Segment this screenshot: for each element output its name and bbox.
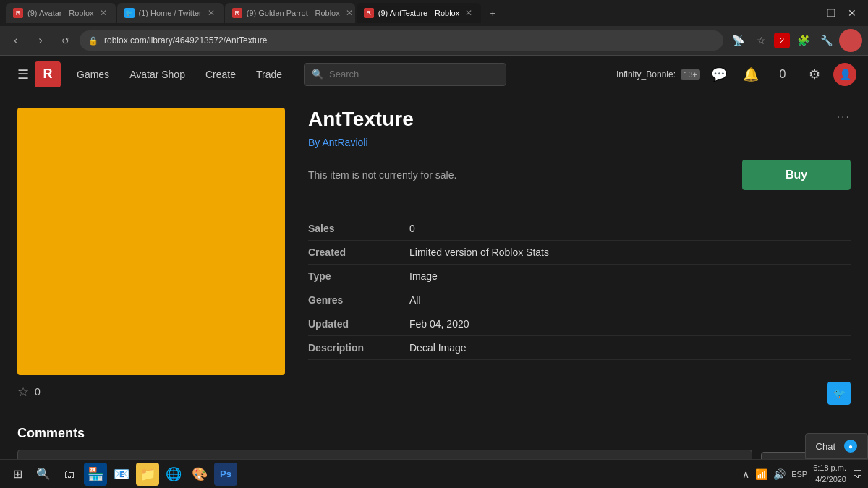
tab-close-4[interactable]: ✕ xyxy=(464,8,474,18)
user-avatar[interactable]: 👤 xyxy=(833,63,856,86)
search-bar[interactable]: 🔍 xyxy=(304,63,506,86)
tab-twitter[interactable]: 🐦 (1) Home / Twitter ✕ xyxy=(117,3,224,23)
tab-anttexture-active[interactable]: R (9) AntTexture - Roblox ✕ xyxy=(357,3,482,23)
favorite-star-icon[interactable]: ☆ xyxy=(17,384,29,400)
robux-count[interactable]: 0 xyxy=(770,61,796,87)
windows-start-button[interactable]: ⊞ xyxy=(6,463,29,486)
chrome-taskbar-app[interactable]: 🌐 xyxy=(162,463,185,486)
tab-avatar-roblox[interactable]: R (9) Avatar - Roblox ✕ xyxy=(6,3,116,23)
stat-value-updated: Feb 04, 2020 xyxy=(409,318,469,330)
item-header-row: AntTexture ... xyxy=(308,108,851,134)
minimize-button[interactable]: — xyxy=(799,6,821,20)
stat-label-updated: Updated xyxy=(308,318,409,330)
stat-value-created: Limited version of Roblox Stats xyxy=(409,247,549,258)
maximize-button[interactable]: ❐ xyxy=(821,6,842,20)
stat-value-type: Image xyxy=(409,270,438,282)
chat-popup[interactable]: Chat ● xyxy=(805,433,868,459)
new-tab-button[interactable]: + xyxy=(482,3,503,23)
twitter-share-button[interactable]: 🐦 xyxy=(827,382,851,405)
chat-label: Chat xyxy=(816,441,835,452)
nav-right: Infinity_Bonnie: 13+ 💬 🔔 0 ⚙ 👤 xyxy=(616,61,856,87)
roblox-navbar: ☰ R Games Avatar Shop Create Trade 🔍 Inf… xyxy=(0,56,868,93)
extension-icon-3[interactable]: 🔧 xyxy=(816,30,836,51)
close-button[interactable]: ✕ xyxy=(842,6,862,20)
extension-icon-1[interactable]: 2 xyxy=(774,33,790,48)
address-bar[interactable]: 🔒 roblox.com/library/4649213572/AntTextu… xyxy=(80,30,723,51)
stat-row-sales: Sales 0 xyxy=(308,217,851,241)
star-bookmark-icon[interactable]: ☆ xyxy=(751,30,771,51)
address-text: roblox.com/library/4649213572/AntTexture xyxy=(104,35,267,46)
forward-button[interactable]: › xyxy=(30,30,51,51)
browser-right-icons: 📡 ☆ 2 🧩 🔧 xyxy=(728,29,862,52)
more-options-button[interactable]: ... xyxy=(837,108,851,121)
chat-nav-icon[interactable]: 💬 xyxy=(706,61,732,87)
item-details: AntTexture ... By AntRavioli This item i… xyxy=(308,108,851,400)
stat-value-genres: All xyxy=(409,294,421,306)
browser-controls: ‹ › ↺ 🔒 roblox.com/library/4649213572/An… xyxy=(0,26,868,55)
tab-close-3[interactable]: ✕ xyxy=(344,8,354,18)
nav-avatar-shop[interactable]: Avatar Shop xyxy=(119,56,195,93)
item-image xyxy=(17,108,285,375)
author-link[interactable]: AntRavioli xyxy=(322,137,367,148)
stat-label-sales: Sales xyxy=(308,223,409,234)
taskbar: ⊞ 🔍 🗂 🏪 📧 📁 🌐 🎨 Ps ∧ 📶 🔊 ESP 6:18 p.m. 4… xyxy=(0,459,868,488)
store-taskbar-app[interactable]: 🏪 xyxy=(84,463,107,486)
item-title: AntTexture xyxy=(308,108,414,131)
buy-button[interactable]: Buy xyxy=(742,160,851,190)
search-icon: 🔍 xyxy=(312,69,323,80)
cast-icon[interactable]: 📡 xyxy=(728,30,748,51)
hamburger-menu[interactable]: ☰ xyxy=(12,61,35,88)
favorite-row: ☆ 0 xyxy=(17,384,285,400)
roblox-logo[interactable]: R xyxy=(35,61,61,87)
stat-row-updated: Updated Feb 04, 2020 xyxy=(308,312,851,336)
taskbar-right: ∧ 📶 🔊 ESP 6:18 p.m. 4/2/2020 🗨 xyxy=(742,463,862,485)
nav-trade[interactable]: Trade xyxy=(246,56,292,93)
stat-row-description: Description Decal Image xyxy=(308,336,851,360)
task-view-button[interactable]: 🗂 xyxy=(58,463,81,486)
stat-row-type: Type Image xyxy=(308,265,851,288)
favorite-count: 0 xyxy=(35,386,41,398)
system-tray-icon[interactable]: ∧ xyxy=(742,468,749,480)
sale-row: This item is not currently for sale. Buy xyxy=(308,160,851,202)
volume-icon[interactable]: 🔊 xyxy=(773,468,786,480)
tab-close-1[interactable]: ✕ xyxy=(98,8,109,18)
extension-icon-2[interactable]: 🧩 xyxy=(793,30,813,51)
clock: 6:18 p.m. 4/2/2020 xyxy=(813,463,846,485)
main-content: ☆ 0 AntTexture ... By AntRavioli This it… xyxy=(0,93,868,414)
tab-close-2[interactable]: ✕ xyxy=(206,8,216,18)
explorer-taskbar-app[interactable]: 📁 xyxy=(136,463,159,486)
settings-icon[interactable]: ⚙ xyxy=(801,61,827,87)
stat-row-created: Created Limited version of Roblox Stats xyxy=(308,241,851,265)
tab-bar: R (9) Avatar - Roblox ✕ 🐦 (1) Home / Twi… xyxy=(0,0,868,26)
item-image-container: ☆ 0 xyxy=(17,108,285,400)
not-for-sale-text: This item is not currently for sale. xyxy=(308,169,456,181)
paint-taskbar-app[interactable]: 🎨 xyxy=(188,463,211,486)
search-input[interactable] xyxy=(329,69,498,80)
comments-title: Comments xyxy=(17,426,851,441)
lock-icon: 🔒 xyxy=(88,36,98,46)
chat-badge: ● xyxy=(844,440,857,453)
tab-golden-parrot[interactable]: R (9) Golden Parrot - Roblox ✕ xyxy=(225,3,355,23)
stat-label-genres: Genres xyxy=(308,294,409,306)
nav-games[interactable]: Games xyxy=(67,56,119,93)
notification-center-icon[interactable]: 🗨 xyxy=(852,468,862,480)
stats-table: Sales 0 Created Limited version of Roblo… xyxy=(308,217,851,360)
notification-icon[interactable]: 🔔 xyxy=(738,61,764,87)
username-label: Infinity_Bonnie: 13+ xyxy=(616,69,700,80)
mail-taskbar-app[interactable]: 📧 xyxy=(110,463,133,486)
stat-value-sales: 0 xyxy=(409,223,415,234)
back-button[interactable]: ‹ xyxy=(6,30,26,51)
network-icon[interactable]: 📶 xyxy=(755,468,767,480)
search-taskbar-button[interactable]: 🔍 xyxy=(32,463,55,486)
stat-row-genres: Genres All xyxy=(308,288,851,312)
stat-value-description: Decal Image xyxy=(409,342,467,354)
language-label: ESP xyxy=(791,470,807,479)
stat-label-created: Created xyxy=(308,247,409,258)
stat-label-type: Type xyxy=(308,270,409,282)
refresh-button[interactable]: ↺ xyxy=(55,30,75,51)
browser-profile-icon[interactable] xyxy=(839,29,862,52)
photoshop-taskbar-app[interactable]: Ps xyxy=(214,463,237,486)
item-by: By AntRavioli xyxy=(308,137,851,148)
stat-label-description: Description xyxy=(308,342,409,354)
nav-create[interactable]: Create xyxy=(195,56,246,93)
